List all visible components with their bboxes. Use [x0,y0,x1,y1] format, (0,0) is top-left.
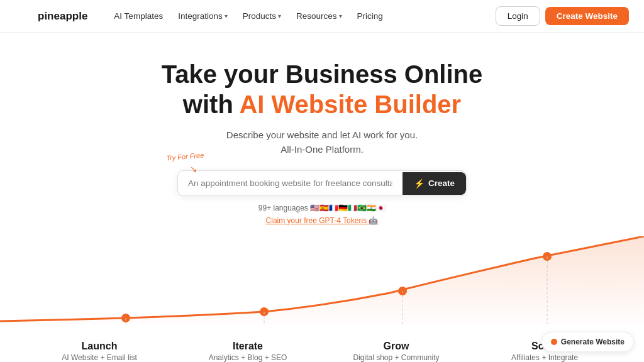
arrow-icon: ↘ [190,164,197,174]
website-description-input[interactable] [178,171,402,195]
claim-tokens-link[interactable]: Claim your free GPT-4 Tokens 🤖 [266,214,379,226]
navbar: 🍍 pineapple AI Templates Integrations ▾ … [0,0,644,33]
create-button[interactable]: ⚡ Create [402,172,466,195]
search-bar: ⚡ Create [177,170,467,196]
stage-launch: Launch AI Website + Email list [49,341,150,362]
lightning-icon: ⚡ [414,178,425,189]
nav-products[interactable]: Products ▾ [236,8,287,25]
brand-name: pineapple [38,10,87,23]
logo-icon: 🍍 [15,8,33,25]
hero-title: Take your Business Online with AI Websit… [162,59,483,119]
hero-section: Take your Business Online with AI Websit… [0,33,644,226]
logo[interactable]: 🍍 pineapple [15,8,87,25]
status-dot [551,339,557,345]
create-website-button[interactable]: Create Website [545,7,629,25]
chevron-down-icon: ▾ [278,13,281,19]
nav-pricing[interactable]: Pricing [351,8,389,25]
login-button[interactable]: Login [496,6,540,26]
try-label: Try For Free [166,151,204,162]
nav-integrations[interactable]: Integrations ▾ [172,8,234,25]
chevron-down-icon: ▾ [339,13,342,19]
languages-row: 99+ languages 🇺🇸🇪🇸🇫🇷🇩🇪🇮🇹🇧🇷🇮🇳🇯🇵 [258,204,386,212]
growth-curve [0,236,644,324]
stage-iterate: Iterate Analytics + Blog + SEO [197,341,298,362]
generate-website-floating-button[interactable]: Generate Website [541,332,634,352]
svg-text:🍍: 🍍 [15,8,33,25]
stage-grow: Grow Digital shop + Community [346,341,447,362]
nav-ai-templates[interactable]: AI Templates [108,8,169,25]
search-area: Try For Free ↘ ⚡ Create [177,170,467,196]
chevron-down-icon: ▾ [225,13,228,19]
hero-subtitle: Describe your website and let AI work fo… [226,128,418,156]
nav-actions: Login Create Website [496,6,629,26]
nav-links: AI Templates Integrations ▾ Products ▾ R… [108,8,495,25]
nav-resources[interactable]: Resources ▾ [290,8,348,25]
